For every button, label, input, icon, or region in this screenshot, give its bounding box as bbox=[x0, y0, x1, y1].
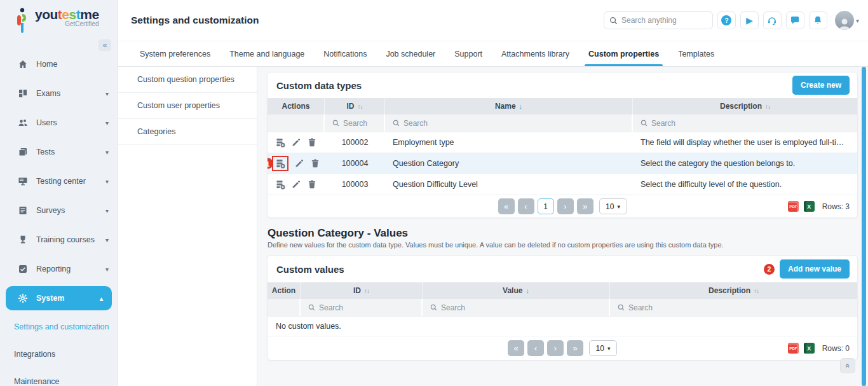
page-size-select[interactable]: 10▾ bbox=[589, 340, 617, 356]
subnav-item-custom-user-properties[interactable]: Custom user properties bbox=[118, 93, 257, 119]
tab-custom-properties[interactable]: Custom properties bbox=[588, 41, 659, 66]
column-header-id[interactable]: ID↑↓ bbox=[325, 98, 385, 114]
sort-icon[interactable]: ↑↓ bbox=[364, 287, 369, 294]
datatypes-search-row bbox=[268, 114, 857, 132]
column-header-name[interactable]: Name↓ bbox=[385, 98, 633, 114]
id-search[interactable] bbox=[325, 114, 385, 132]
sort-icon[interactable]: ↑↓ bbox=[765, 103, 770, 110]
user-menu[interactable]: ▾ bbox=[835, 11, 859, 30]
add-new-value-button[interactable]: Add new value bbox=[780, 259, 850, 279]
column-header-id[interactable]: ID↑↓ bbox=[301, 282, 423, 299]
sidebar-item-system[interactable]: System ▴ bbox=[6, 286, 112, 310]
messages-button[interactable] bbox=[786, 11, 804, 29]
column-header-action[interactable]: Action bbox=[268, 282, 301, 299]
description-search-input[interactable] bbox=[651, 119, 825, 128]
tab-label: Theme and language bbox=[229, 50, 304, 59]
create-new-button[interactable]: Create new bbox=[792, 76, 850, 95]
sort-icon[interactable]: ↑↓ bbox=[754, 287, 759, 294]
subnav-item-custom-question-properties[interactable]: Custom question properties bbox=[118, 67, 257, 93]
help-button[interactable]: ? bbox=[717, 11, 736, 29]
global-search-input[interactable] bbox=[621, 16, 698, 25]
column-header-description[interactable]: Description↑↓ bbox=[610, 282, 857, 299]
name-search[interactable] bbox=[385, 114, 633, 132]
row-actions bbox=[268, 137, 325, 148]
brand-logo[interactable]: youtestme GetCertified bbox=[0, 0, 118, 34]
sidebar-item-surveys[interactable]: Surveys ▾ bbox=[0, 196, 118, 225]
description-search-input[interactable] bbox=[628, 303, 820, 312]
support-button[interactable] bbox=[763, 11, 782, 29]
sidebar-item-integrations[interactable]: Integrations bbox=[0, 340, 118, 368]
page-size-select[interactable]: 10▾ bbox=[599, 198, 627, 214]
tab-notifications[interactable]: Notifications bbox=[323, 41, 367, 66]
last-page-button[interactable]: » bbox=[567, 340, 583, 356]
sidebar-item-reporting[interactable]: Reporting ▾ bbox=[0, 254, 118, 284]
first-page-button[interactable]: « bbox=[508, 340, 524, 356]
table-row[interactable]: 100003 Question Difficulty Level Select … bbox=[268, 174, 857, 195]
trophy-icon bbox=[18, 235, 28, 245]
sidebar-item-maintenance[interactable]: Maintenance bbox=[0, 368, 118, 386]
column-header-actions[interactable]: Actions bbox=[268, 98, 325, 114]
sidebar-item-settings-and-customization[interactable]: Settings and customization bbox=[0, 313, 118, 340]
export-pdf-icon[interactable]: PDF bbox=[788, 201, 799, 212]
value-search-input[interactable] bbox=[441, 303, 584, 312]
table-row-selected[interactable]: 1 100004 Question Category Select the ca… bbox=[268, 153, 857, 174]
cell-description: Select the difficulty level of the quest… bbox=[633, 180, 857, 189]
custom-data-types-header: Custom data types Create new bbox=[268, 72, 857, 98]
edit-icon[interactable] bbox=[291, 179, 301, 190]
sidebar-item-exams[interactable]: Exams ▾ bbox=[0, 79, 118, 108]
tab-templates[interactable]: Templates bbox=[678, 41, 714, 66]
description-search[interactable] bbox=[633, 114, 857, 132]
subnav-item-categories[interactable]: Categories bbox=[118, 119, 257, 145]
vertical-scrollbar[interactable] bbox=[862, 67, 866, 386]
sidebar-item-testing-center[interactable]: Testing center ▾ bbox=[0, 167, 118, 196]
export-excel-icon[interactable]: X bbox=[804, 343, 815, 354]
add-values-icon[interactable] bbox=[275, 158, 285, 169]
tab-theme-and-language[interactable]: Theme and language bbox=[229, 41, 304, 66]
next-page-button[interactable]: › bbox=[557, 198, 574, 214]
prev-page-button[interactable]: ‹ bbox=[527, 340, 544, 356]
sort-desc-icon[interactable]: ↓ bbox=[519, 102, 523, 110]
description-search[interactable] bbox=[610, 299, 857, 316]
next-page-button[interactable]: › bbox=[547, 340, 564, 356]
notifications-button[interactable] bbox=[809, 11, 827, 29]
last-page-button[interactable]: » bbox=[577, 198, 593, 214]
sidebar-item-tests[interactable]: Tests ▾ bbox=[0, 137, 118, 167]
sidebar-item-users[interactable]: Users ▾ bbox=[0, 108, 118, 137]
delete-icon[interactable] bbox=[310, 158, 320, 169]
add-values-icon[interactable] bbox=[275, 137, 285, 148]
delete-icon[interactable] bbox=[307, 179, 317, 190]
datatypes-table-header: Actions ID↑↓ Name↓ Description↑↓ bbox=[268, 98, 857, 114]
custom-values-panel: Custom values 2 Add new value Action ID↑… bbox=[267, 255, 858, 361]
table-row[interactable]: 100002 Employment type The field will di… bbox=[268, 132, 857, 153]
export-excel-icon[interactable]: X bbox=[804, 201, 815, 212]
id-search-input[interactable] bbox=[343, 119, 384, 128]
sidebar-item-training-courses[interactable]: Training courses ▾ bbox=[0, 225, 118, 254]
global-search[interactable] bbox=[604, 11, 713, 29]
add-values-icon[interactable] bbox=[275, 179, 285, 190]
tutorials-button[interactable]: ▶ bbox=[740, 11, 759, 29]
value-search[interactable] bbox=[423, 299, 610, 316]
edit-icon[interactable] bbox=[294, 158, 304, 169]
empty-table-message: No custom values. bbox=[268, 316, 857, 336]
tab-attachments-library[interactable]: Attachments library bbox=[501, 41, 569, 66]
sort-desc-icon[interactable]: ↓ bbox=[526, 287, 529, 294]
scroll-to-top-button[interactable]: « bbox=[840, 358, 855, 373]
prev-page-button[interactable]: ‹ bbox=[518, 198, 534, 214]
tab-support[interactable]: Support bbox=[454, 41, 482, 66]
delete-icon[interactable] bbox=[307, 137, 317, 148]
tab-label: Notifications bbox=[323, 50, 367, 59]
name-search-input[interactable] bbox=[403, 119, 595, 128]
edit-icon[interactable] bbox=[291, 137, 301, 148]
page-number-button[interactable]: 1 bbox=[538, 198, 554, 214]
sub-link-label: Maintenance bbox=[14, 377, 60, 386]
column-header-value[interactable]: Value↓ bbox=[423, 282, 610, 299]
first-page-button[interactable]: « bbox=[498, 198, 515, 214]
column-header-description[interactable]: Description↑↓ bbox=[633, 98, 857, 114]
tab-system-preferences[interactable]: System preferences bbox=[140, 41, 210, 66]
id-search-input[interactable] bbox=[319, 303, 409, 312]
tab-job-scheduler[interactable]: Job scheduler bbox=[386, 41, 435, 66]
sidebar-item-home[interactable]: Home bbox=[0, 50, 118, 79]
id-search[interactable] bbox=[301, 299, 423, 316]
export-pdf-icon[interactable]: PDF bbox=[788, 343, 799, 354]
sort-icon[interactable]: ↑↓ bbox=[358, 103, 363, 110]
